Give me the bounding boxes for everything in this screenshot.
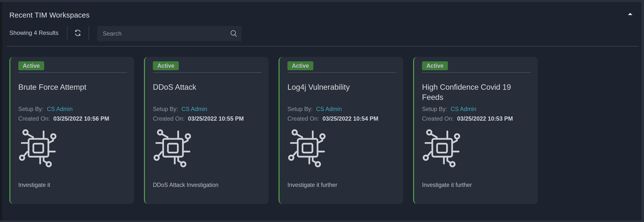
created-on-row: Created On:03/25/2022 10:54 PM bbox=[288, 114, 398, 124]
setup-by-row: Setup By:CS Admin bbox=[288, 104, 398, 114]
workspace-meta: Setup By:CS Admin Created On:03/25/2022 … bbox=[288, 104, 398, 124]
workspace-card-grid: Active Brute Force Attempt Setup By:CS A… bbox=[10, 57, 538, 204]
workspace-card[interactable]: Active Log4j Vulnerability Setup By:CS A… bbox=[278, 57, 403, 204]
header-divider bbox=[6, 46, 638, 47]
card-divider bbox=[18, 72, 127, 73]
workspace-description: DDoS Attack Investigation bbox=[153, 182, 264, 188]
status-badge: Active bbox=[422, 61, 448, 70]
refresh-icon bbox=[73, 29, 82, 37]
created-on-value: 03/25/2022 10:55 PM bbox=[188, 115, 244, 122]
setup-by-row: Setup By:CS Admin bbox=[18, 104, 129, 114]
created-on-row: Created On:03/25/2022 10:55 PM bbox=[153, 114, 264, 124]
recent-tim-workspaces-panel: Recent TIM Workspaces Showing 4 Results … bbox=[2, 2, 642, 220]
workspace-card[interactable]: Active High Confidence Covid 19 Feeds Se… bbox=[413, 57, 538, 204]
workspace-meta: Setup By:CS Admin Created On:03/25/2022 … bbox=[153, 104, 264, 124]
card-divider bbox=[288, 72, 396, 73]
search-icon[interactable] bbox=[230, 30, 238, 38]
created-on-value: 03/25/2022 10:53 PM bbox=[457, 115, 513, 122]
setup-by-user-link[interactable]: CS Admin bbox=[451, 106, 476, 112]
created-on-label: Created On: bbox=[153, 115, 184, 122]
created-on-value: 03/25/2022 10:56 PM bbox=[53, 115, 109, 122]
search-input[interactable] bbox=[97, 26, 242, 41]
card-divider bbox=[422, 72, 531, 73]
workspace-title: Brute Force Attempt bbox=[18, 82, 128, 92]
status-badge: Active bbox=[153, 61, 179, 70]
status-badge: Active bbox=[288, 61, 313, 70]
setup-by-label: Setup By: bbox=[153, 106, 178, 112]
created-on-row: Created On:03/25/2022 10:56 PM bbox=[18, 114, 129, 124]
page-title: Recent TIM Workspaces bbox=[10, 11, 90, 19]
left-edge-strip bbox=[0, 2, 2, 220]
workspace-title: DDoS Attack bbox=[153, 82, 262, 92]
card-divider bbox=[153, 72, 262, 73]
created-on-label: Created On: bbox=[18, 115, 50, 122]
workspace-title: Log4j Vulnerability bbox=[288, 82, 397, 92]
workspace-description: Investigate it further bbox=[288, 182, 398, 188]
created-on-value: 03/25/2022 10:54 PM bbox=[322, 115, 378, 122]
workspace-meta: Setup By:CS Admin Created On:03/25/2022 … bbox=[422, 104, 533, 124]
workspace-description: Investigate it further bbox=[422, 182, 533, 188]
toolbar-divider-left bbox=[67, 26, 68, 40]
workspace-description: Investigate it bbox=[18, 182, 129, 188]
circuit-chip-icon bbox=[152, 127, 193, 168]
created-on-label: Created On: bbox=[288, 115, 319, 122]
setup-by-label: Setup By: bbox=[288, 106, 312, 112]
setup-by-user-link[interactable]: CS Admin bbox=[47, 106, 73, 112]
circuit-chip-icon bbox=[286, 127, 328, 168]
setup-by-label: Setup By: bbox=[422, 106, 447, 112]
circuit-chip-icon bbox=[421, 127, 462, 168]
setup-by-row: Setup By:CS Admin bbox=[153, 104, 264, 114]
results-count: Showing 4 Results bbox=[10, 29, 58, 37]
workspace-meta: Setup By:CS Admin Created On:03/25/2022 … bbox=[18, 104, 129, 124]
setup-by-user-link[interactable]: CS Admin bbox=[182, 106, 208, 112]
workspace-title: High Confidence Covid 19 Feeds bbox=[422, 82, 532, 102]
toolbar-divider-right bbox=[89, 26, 89, 40]
workspace-card[interactable]: Active Brute Force Attempt Setup By:CS A… bbox=[10, 57, 134, 204]
workspace-card[interactable]: Active DDoS Attack Setup By:CS Admin Cre… bbox=[144, 57, 269, 204]
setup-by-row: Setup By:CS Admin bbox=[422, 104, 533, 114]
status-badge: Active bbox=[18, 61, 44, 70]
search-box bbox=[97, 26, 242, 41]
refresh-button[interactable] bbox=[73, 29, 82, 37]
collapse-panel-button[interactable] bbox=[626, 11, 634, 17]
setup-by-user-link[interactable]: CS Admin bbox=[316, 106, 342, 112]
setup-by-label: Setup By: bbox=[18, 106, 44, 112]
created-on-label: Created On: bbox=[422, 115, 454, 122]
circuit-chip-icon bbox=[17, 127, 58, 168]
caret-up-icon bbox=[628, 13, 632, 15]
created-on-row: Created On:03/25/2022 10:53 PM bbox=[422, 114, 533, 124]
